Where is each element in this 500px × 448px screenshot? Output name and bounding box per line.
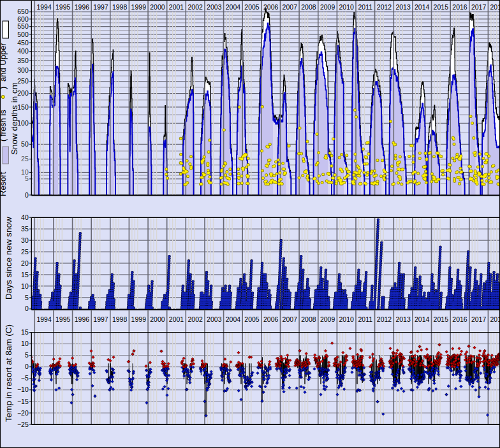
svg-text:2005: 2005 <box>244 3 260 11</box>
svg-text:2001: 2001 <box>169 3 184 11</box>
svg-text:2012: 2012 <box>377 315 392 323</box>
svg-text:2011: 2011 <box>358 3 373 11</box>
svg-text:2005: 2005 <box>244 315 260 323</box>
svg-text:−20: −20 <box>17 409 29 417</box>
svg-text:( fresh is: ( fresh is <box>0 110 8 141</box>
svg-text:1995: 1995 <box>55 315 71 323</box>
svg-text:1996: 1996 <box>75 315 90 323</box>
svg-text:15: 15 <box>21 328 29 336</box>
svg-text:Resort: Resort <box>0 171 8 196</box>
svg-text:−10: −10 <box>17 386 29 393</box>
svg-text:5: 5 <box>25 294 29 301</box>
svg-text:2006: 2006 <box>263 3 279 11</box>
svg-text:1998: 1998 <box>112 315 128 323</box>
svg-text:2016: 2016 <box>452 3 467 11</box>
svg-text:100: 100 <box>17 119 29 127</box>
svg-text:2013: 2013 <box>395 315 411 323</box>
svg-text:1998: 1998 <box>112 3 128 11</box>
svg-text:5: 5 <box>25 175 29 182</box>
svg-text:2018: 2018 <box>490 315 500 323</box>
svg-text:2008: 2008 <box>301 3 316 11</box>
svg-text:−5: −5 <box>21 374 29 382</box>
svg-text:2017: 2017 <box>471 3 487 11</box>
svg-text:550: 550 <box>17 22 29 30</box>
svg-text:2015: 2015 <box>434 315 449 323</box>
svg-text:10: 10 <box>21 168 29 176</box>
svg-text:): ) <box>0 87 8 89</box>
svg-text:1994: 1994 <box>36 315 52 323</box>
svg-text:30: 30 <box>21 236 29 244</box>
svg-text:2007: 2007 <box>283 315 298 323</box>
svg-text:2002: 2002 <box>188 3 203 11</box>
svg-text:2002: 2002 <box>188 315 203 323</box>
svg-text:1999: 1999 <box>131 315 147 323</box>
svg-text:150: 150 <box>17 103 29 111</box>
svg-text:1997: 1997 <box>93 3 108 11</box>
svg-text:15: 15 <box>21 271 29 278</box>
svg-text:10: 10 <box>21 340 29 347</box>
svg-text:1995: 1995 <box>55 3 71 11</box>
svg-text:Days since new snow: Days since new snow <box>4 217 13 300</box>
svg-text:40: 40 <box>21 213 29 221</box>
svg-text:2003: 2003 <box>207 315 222 323</box>
svg-text:1994: 1994 <box>36 3 52 11</box>
svg-text:Snow depths in cm: Snow depths in cm <box>10 82 19 155</box>
svg-text:2006: 2006 <box>263 315 279 323</box>
svg-text:2000: 2000 <box>150 315 165 323</box>
svg-text:2011: 2011 <box>358 315 373 323</box>
svg-text:2010: 2010 <box>339 3 355 11</box>
svg-text:50: 50 <box>21 140 29 148</box>
svg-text:5: 5 <box>25 351 29 359</box>
svg-text:20: 20 <box>21 259 29 267</box>
svg-text:25: 25 <box>21 248 29 256</box>
svg-text:250: 250 <box>17 77 29 85</box>
svg-text:2008: 2008 <box>301 315 316 323</box>
svg-text:1999: 1999 <box>131 3 147 11</box>
svg-text:2004: 2004 <box>226 3 241 11</box>
svg-text:0: 0 <box>25 191 29 199</box>
svg-text:−25: −25 <box>17 421 29 428</box>
svg-text:and Upper: and Upper <box>0 43 8 82</box>
svg-text:2017: 2017 <box>471 315 487 323</box>
svg-text:2018: 2018 <box>490 3 500 11</box>
svg-text:200: 200 <box>17 89 29 97</box>
svg-text:0: 0 <box>25 363 29 370</box>
svg-text:35: 35 <box>21 225 29 233</box>
svg-text:1996: 1996 <box>75 3 90 11</box>
svg-text:2010: 2010 <box>339 315 355 323</box>
svg-text:2009: 2009 <box>320 315 335 323</box>
svg-text:450: 450 <box>17 39 29 47</box>
svg-text:400: 400 <box>17 47 29 55</box>
svg-text:350: 350 <box>17 57 29 64</box>
svg-text:2009: 2009 <box>320 3 335 11</box>
svg-text:25: 25 <box>21 155 29 163</box>
svg-text:2016: 2016 <box>452 315 467 323</box>
svg-text:Temp in resort at 8am (C): Temp in resort at 8am (C) <box>4 324 13 422</box>
svg-text:10: 10 <box>21 282 29 290</box>
svg-text:2000: 2000 <box>150 3 165 11</box>
svg-text:2003: 2003 <box>207 3 222 11</box>
svg-text:−15: −15 <box>17 398 29 405</box>
svg-text:600: 600 <box>17 15 29 23</box>
svg-text:2014: 2014 <box>415 315 430 323</box>
svg-text:2004: 2004 <box>226 315 241 323</box>
svg-text:2001: 2001 <box>169 315 184 323</box>
svg-text:0: 0 <box>25 305 29 312</box>
svg-text:2013: 2013 <box>395 3 411 11</box>
svg-text:2015: 2015 <box>434 3 449 11</box>
svg-text:650: 650 <box>17 8 29 15</box>
svg-text:2007: 2007 <box>283 3 298 11</box>
svg-text:300: 300 <box>17 66 29 74</box>
svg-text:1997: 1997 <box>93 315 108 323</box>
svg-text:2014: 2014 <box>415 3 430 11</box>
svg-text:500: 500 <box>17 31 29 38</box>
svg-text:2012: 2012 <box>377 3 392 11</box>
